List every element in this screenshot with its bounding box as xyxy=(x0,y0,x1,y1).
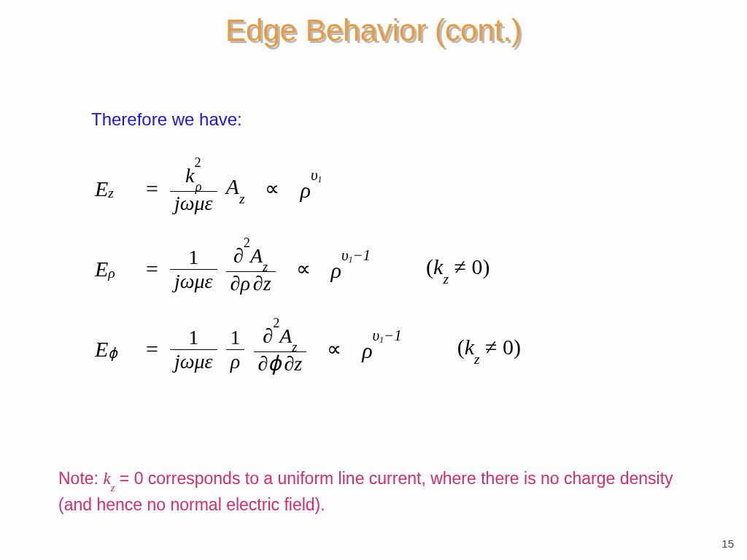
note-prefix: Note: xyxy=(58,469,103,488)
den-jwme: jωμε xyxy=(170,269,217,292)
sup-2: 2 xyxy=(195,155,201,170)
fraction-1-jwme: 1 jωμε xyxy=(170,327,217,372)
propto-sign: ∝ xyxy=(265,179,279,199)
partial-sym: ∂ xyxy=(263,324,273,347)
equals-sign: = xyxy=(146,178,158,200)
den-dphi: ∂ϕ xyxy=(258,352,282,375)
var-k: k xyxy=(103,470,110,488)
exp-sub-1: 1 xyxy=(318,175,322,184)
sub-phi: ϕ xyxy=(108,346,117,361)
var-k: k xyxy=(185,164,194,187)
equals-sign: = xyxy=(146,258,158,280)
sub-z: z xyxy=(239,191,245,206)
equals-sign: = xyxy=(146,338,158,360)
fraction-krho: k2ρ jωμε xyxy=(170,164,217,214)
var-E: E xyxy=(95,338,108,360)
den-jwme: jωμε xyxy=(170,349,217,372)
sub-rho: ρ xyxy=(196,179,202,194)
partial-sym: ∂ xyxy=(233,244,244,267)
exp-sub-1: 1 xyxy=(379,335,384,344)
slide-title: Edge Behavior (cont.) xyxy=(0,13,747,48)
sub-z: z xyxy=(263,260,268,274)
var-rho: ρ xyxy=(300,178,310,202)
var-rho: ρ xyxy=(331,258,341,282)
sub-rho: ρ xyxy=(108,266,115,281)
num-1: 1 xyxy=(184,327,203,349)
exp-minus-1: −1 xyxy=(352,246,371,264)
exp-minus-1: −1 xyxy=(384,327,402,344)
note-text: Note: kz = 0 corresponds to a uniform li… xyxy=(58,467,693,516)
var-A: A xyxy=(250,244,263,267)
fraction-1-jwme: 1 jωμε xyxy=(170,247,217,292)
sub-z: z xyxy=(292,340,297,354)
var-A: A xyxy=(226,174,239,198)
sup-2: 2 xyxy=(273,316,279,330)
sub-z: z xyxy=(108,186,114,201)
var-E: E xyxy=(95,178,108,200)
sub-z: z xyxy=(443,271,449,287)
den-drho: ∂ρ xyxy=(231,272,250,295)
exp-upsilon: υ xyxy=(311,166,318,184)
rel-neq: ≠ 0) xyxy=(480,335,521,359)
den-jwme: jωμε xyxy=(170,191,217,214)
page-number: 15 xyxy=(721,537,734,550)
exp-sub-1: 1 xyxy=(349,255,353,264)
sub-z: z xyxy=(474,351,480,367)
title-area: Edge Behavior (cont.) Edge Behavior (con… xyxy=(0,13,747,48)
var-rho: ρ xyxy=(362,338,372,362)
fraction-d2A-dphidz: ∂2Az ∂ϕ∂z xyxy=(254,324,307,374)
num-1: 1 xyxy=(184,247,203,269)
equation-ez: Ez = k2ρ jωμε Az ∝ ρυ1 xyxy=(95,163,649,214)
propto-sign: ∝ xyxy=(296,259,311,279)
var-A: A xyxy=(279,324,292,347)
propto-sign: ∝ xyxy=(327,339,341,359)
fraction-d2A-drhodz: ∂2Az ∂ρ∂z xyxy=(226,244,276,294)
note-rest: corresponds to a uniform line current, w… xyxy=(58,469,673,514)
den-rho: ρ xyxy=(226,349,244,372)
condition-kz-neq-0: (kz ≠ 0) xyxy=(457,336,521,362)
intro-text: Therefore we have: xyxy=(91,109,242,130)
slide: Edge Behavior (cont.) Edge Behavior (con… xyxy=(0,0,747,560)
condition-kz-neq-0: (kz ≠ 0) xyxy=(426,256,489,282)
equation-ephi: Eϕ = 1 jωμε 1 ρ ∂2Az ∂ϕ∂z ∝ ρυ1−1 xyxy=(95,324,649,375)
equation-erho: Eρ = 1 jωμε ∂2Az ∂ρ∂z ∝ ρυ1−1 (kz ≠ 0) xyxy=(95,244,649,295)
rel-neq: ≠ 0) xyxy=(449,254,489,279)
den-dz: ∂z xyxy=(253,272,271,295)
fraction-1-rho: 1 ρ xyxy=(226,327,245,372)
var-k: k xyxy=(433,254,443,279)
paren-open: ( xyxy=(426,254,433,279)
sub-z: z xyxy=(111,482,115,494)
den-dz: ∂z xyxy=(284,352,302,375)
var-k: k xyxy=(465,335,474,359)
note-rel: = 0 xyxy=(115,469,143,488)
var-E: E xyxy=(95,258,108,280)
sup-2: 2 xyxy=(244,236,250,250)
exp-upsilon: υ xyxy=(341,246,349,264)
num-1: 1 xyxy=(226,327,245,349)
exp-upsilon: υ xyxy=(373,327,380,344)
paren-open: ( xyxy=(457,335,465,359)
equations-block: Ez = k2ρ jωμε Az ∝ ρυ1 Eρ = xyxy=(95,146,649,404)
